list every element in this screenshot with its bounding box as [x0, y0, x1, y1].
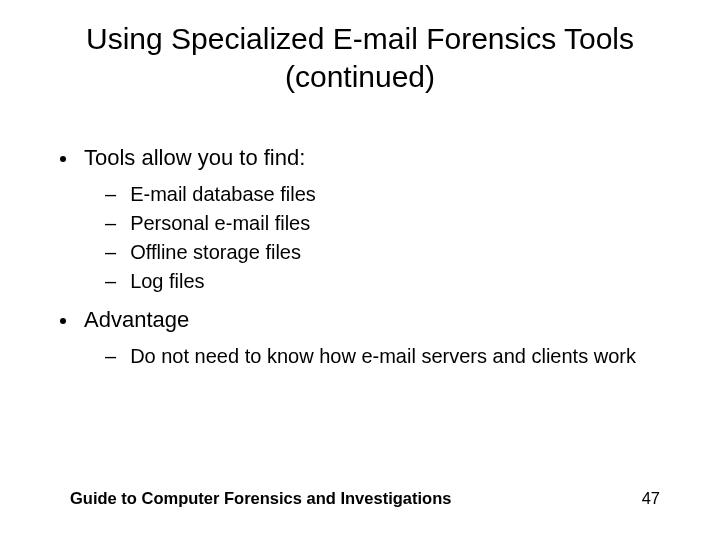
- slide-title: Using Specialized E-mail Forensics Tools…: [40, 20, 680, 95]
- sub-bullet: – E-mail database files: [105, 183, 680, 206]
- sub-bullet-group-1: – E-mail database files – Personal e-mai…: [40, 183, 680, 293]
- bullet-tools: Tools allow you to find:: [60, 145, 680, 171]
- dash-icon: –: [105, 345, 116, 368]
- sub-bullet-text: Personal e-mail files: [130, 212, 310, 235]
- dash-icon: –: [105, 212, 116, 235]
- sub-bullet-text: Do not need to know how e-mail servers a…: [130, 345, 636, 368]
- sub-bullet-text: E-mail database files: [130, 183, 316, 206]
- bullet-text: Tools allow you to find:: [84, 145, 305, 171]
- page-number: 47: [642, 489, 660, 508]
- footer-title: Guide to Computer Forensics and Investig…: [70, 489, 451, 508]
- sub-bullet: – Log files: [105, 270, 680, 293]
- slide-footer: Guide to Computer Forensics and Investig…: [70, 489, 660, 508]
- slide: Using Specialized E-mail Forensics Tools…: [0, 0, 720, 540]
- bullet-text: Advantage: [84, 307, 189, 333]
- bullet-advantage: Advantage: [60, 307, 680, 333]
- bullet-dot-icon: [60, 318, 66, 324]
- sub-bullet-text: Offline storage files: [130, 241, 301, 264]
- dash-icon: –: [105, 183, 116, 206]
- sub-bullet: – Do not need to know how e-mail servers…: [105, 345, 680, 368]
- sub-bullet: – Offline storage files: [105, 241, 680, 264]
- sub-bullet-text: Log files: [130, 270, 205, 293]
- bullet-dot-icon: [60, 156, 66, 162]
- dash-icon: –: [105, 270, 116, 293]
- sub-bullet: – Personal e-mail files: [105, 212, 680, 235]
- dash-icon: –: [105, 241, 116, 264]
